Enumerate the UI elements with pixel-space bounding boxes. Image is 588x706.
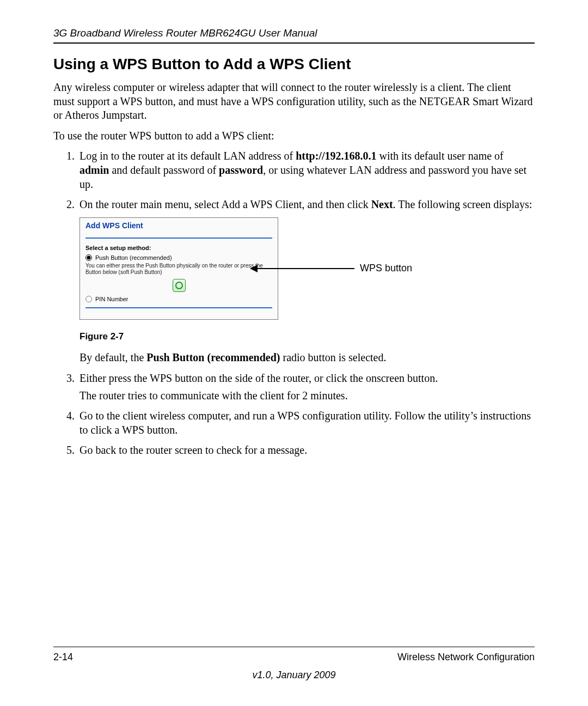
footer-version: v1.0, January 2009 (53, 670, 535, 681)
figure-caption: Figure 2-7 (79, 331, 535, 343)
panel-title: Add WPS Client (80, 218, 278, 238)
footer-rule (53, 647, 535, 647)
step-2-after-post: radio button is selected. (280, 351, 387, 363)
setup-method-label: Select a setup method: (85, 244, 272, 252)
step-1-url: http://192.168.0.1 (296, 150, 376, 162)
radio-push-label: Push Button (recommended) (95, 254, 172, 261)
push-help-text: You can either press the Push Button phy… (85, 263, 272, 276)
panel-divider-bottom (85, 307, 272, 308)
steps-list: Log in to the router at its default LAN … (53, 149, 535, 458)
step-2-after: By default, the Push Button (recommended… (79, 351, 535, 365)
step-5: Go back to the router screen to check fo… (77, 443, 535, 458)
step-2-after-pre: By default, the (79, 351, 146, 363)
radio-push-input[interactable] (85, 254, 92, 261)
lead-in: To use the router WPS button to add a WP… (53, 129, 535, 143)
page-footer: 2-14 Wireless Network Configuration v1.0… (53, 647, 535, 681)
step-2: On the router main menu, select Add a WP… (77, 198, 535, 365)
wps-button-callout: WPS button (250, 262, 412, 275)
step-3-line1: Either press the WPS button on the side … (79, 372, 438, 384)
add-wps-client-panel: Add WPS Client Select a setup method: Pu… (79, 217, 278, 320)
page-number: 2-14 (53, 652, 73, 663)
arrow-left-icon (250, 265, 258, 272)
step-1-mid2: and default password of (109, 164, 219, 176)
callout-label: WPS button (360, 262, 412, 275)
running-header: 3G Broadband Wireless Router MBR624GU Us… (53, 27, 535, 39)
step-2-pre: On the router main menu, select Add a WP… (79, 198, 371, 210)
arrow-line (258, 268, 354, 269)
step-2-after-bold: Push Button (recommended) (146, 351, 280, 363)
header-rule (53, 42, 535, 44)
footer-section-name: Wireless Network Configuration (397, 652, 535, 663)
step-1: Log in to the router at its default LAN … (77, 149, 535, 191)
radio-pin-number[interactable]: PIN Number (85, 295, 272, 303)
step-1-pre: Log in to the router at its default LAN … (79, 150, 296, 162)
step-1-password: password (219, 164, 263, 176)
radio-pin-input[interactable] (85, 296, 92, 302)
intro-paragraph: Any wireless computer or wireless adapte… (53, 81, 535, 123)
step-1-mid1: with its default user name of (376, 150, 503, 162)
manual-page: 3G Broadband Wireless Router MBR624GU Us… (0, 0, 588, 706)
section-title: Using a WPS Button to Add a WPS Client (53, 56, 535, 73)
panel-divider (85, 238, 272, 239)
step-4: Go to the client wireless computer, and … (77, 409, 535, 437)
figure-2-7: Add WPS Client Select a setup method: Pu… (79, 217, 535, 343)
step-3-line2: The router tries to communicate with the… (79, 389, 535, 403)
radio-pin-label: PIN Number (95, 295, 128, 303)
radio-push-button[interactable]: Push Button (recommended) (85, 254, 272, 261)
step-1-admin: admin (79, 164, 109, 176)
wps-soft-button-icon[interactable] (173, 279, 186, 292)
step-2-post: . The following screen displays: (393, 198, 532, 210)
step-2-next: Next (371, 198, 393, 210)
step-3: Either press the WPS button on the side … (77, 372, 535, 403)
